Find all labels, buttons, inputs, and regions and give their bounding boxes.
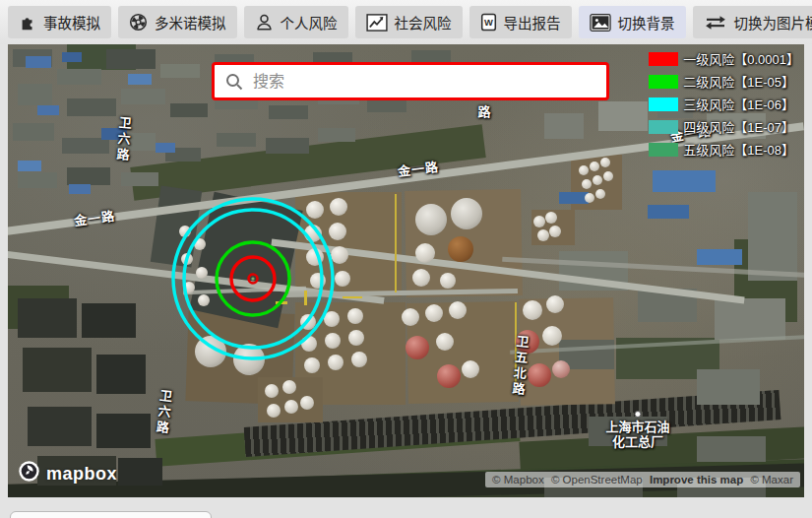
storage-tank xyxy=(331,246,348,264)
map-feature xyxy=(121,172,158,186)
map-feature xyxy=(160,64,200,78)
map-feature xyxy=(748,192,797,281)
storage-tank xyxy=(406,336,429,359)
storage-tank xyxy=(329,223,346,240)
legend-label: 二级风险【1E-05】 xyxy=(683,72,794,91)
storage-tank xyxy=(301,336,317,352)
storage-tank xyxy=(579,165,589,175)
toolbar-button-label: 社会风险 xyxy=(395,12,452,32)
attribution-mapbox-link[interactable]: © Mapbox xyxy=(492,474,544,486)
storage-tank xyxy=(196,267,208,279)
storage-tank xyxy=(179,226,191,237)
storage-tank xyxy=(451,198,482,229)
map-feature xyxy=(67,98,116,116)
map-feature xyxy=(18,172,57,188)
attribution-improve-link[interactable]: Improve this map xyxy=(650,474,743,486)
map-feature xyxy=(151,185,202,267)
lifebuoy-icon xyxy=(129,13,148,32)
storage-tank xyxy=(523,300,542,320)
toggle-background-button[interactable]: 切换背景 xyxy=(579,6,686,38)
storage-tank xyxy=(195,336,226,367)
map-feature xyxy=(69,184,91,194)
map-feature xyxy=(170,103,208,117)
search-box xyxy=(212,62,609,100)
storage-tank xyxy=(585,193,594,203)
legend-swatch xyxy=(649,143,678,157)
puzzle-icon xyxy=(19,14,36,32)
toolbar-button-label: 个人风险 xyxy=(281,12,338,32)
person-icon xyxy=(255,13,274,32)
mapbox-logo[interactable]: mapbox xyxy=(18,460,117,487)
storage-tank xyxy=(306,201,324,219)
legend-swatch xyxy=(649,52,678,66)
storage-tank xyxy=(310,273,326,289)
map-feature xyxy=(318,128,355,142)
map-feature xyxy=(217,133,256,147)
storage-tank xyxy=(324,311,340,327)
legend-item: 三级风险【1E-06】 xyxy=(649,95,799,113)
map-feature xyxy=(26,56,51,68)
map-feature xyxy=(156,143,175,153)
attribution-osm-link[interactable]: © OpenStreetMap xyxy=(551,474,643,486)
map-feature xyxy=(544,113,584,139)
map-canvas[interactable]: 金一路金一路金一路卫六路卫六路卫五北路路 上海市石油 化工总厂 一级风险【0.0… xyxy=(8,44,804,497)
map-feature xyxy=(101,128,127,140)
storage-tank xyxy=(436,333,454,351)
map-feature xyxy=(189,192,302,328)
domino-sim-button[interactable]: 多米诺模拟 xyxy=(118,6,237,38)
map-feature xyxy=(96,414,151,448)
map-feature xyxy=(57,69,101,85)
map-feature xyxy=(304,291,307,305)
map-feature xyxy=(67,167,110,185)
search-input[interactable] xyxy=(251,64,606,98)
toolbar: 事故模拟多米诺模拟个人风险社会风险W导出报告切换背景切换为图片模式 xyxy=(0,0,812,44)
societal-risk-button[interactable]: 社会风险 xyxy=(355,6,463,38)
map-feature xyxy=(367,98,406,112)
storage-tank xyxy=(545,212,557,224)
storage-tank xyxy=(448,236,473,262)
road-label: 卫六路 xyxy=(152,388,175,437)
accident-sim-button[interactable]: 事故模拟 xyxy=(8,6,111,38)
storage-tank xyxy=(552,360,570,378)
map-feature xyxy=(18,84,52,105)
storage-tank xyxy=(546,295,564,313)
map-feature xyxy=(96,355,146,394)
storage-tank xyxy=(415,204,447,235)
map-feature xyxy=(82,303,136,338)
legend-item: 五级风险【1E-08】 xyxy=(649,140,799,159)
road-label: 路 xyxy=(474,105,493,121)
map-feature xyxy=(18,161,41,171)
storage-tank xyxy=(183,282,195,293)
storage-tank xyxy=(233,344,265,375)
toolbar-button-label: 事故模拟 xyxy=(43,12,100,32)
storage-tank xyxy=(425,304,443,322)
storage-tank xyxy=(335,271,350,287)
legend-label: 四级风险【1E-07】 xyxy=(683,117,794,136)
storage-tank xyxy=(462,360,479,378)
storage-tank xyxy=(440,273,456,289)
storage-tank xyxy=(437,364,461,388)
storage-tank xyxy=(528,363,551,387)
storage-tank xyxy=(603,171,613,181)
map-feature xyxy=(128,74,152,85)
storage-tank xyxy=(348,330,364,346)
storage-tank xyxy=(265,384,279,398)
map-feature xyxy=(697,436,766,462)
attribution-maxar-link[interactable]: © Maxar xyxy=(750,474,793,486)
search-icon xyxy=(224,72,244,92)
map-feature xyxy=(697,369,760,405)
legend-swatch xyxy=(649,97,678,111)
storage-tank xyxy=(304,357,320,373)
toggle-image-mode-button[interactable]: 切换为图片模式 xyxy=(693,6,812,38)
storage-tank xyxy=(300,396,314,410)
export-report-button[interactable]: W导出报告 xyxy=(469,6,572,38)
storage-tank xyxy=(549,226,561,237)
storage-tank xyxy=(330,198,347,216)
legend-item: 二级风险【1E-05】 xyxy=(649,72,799,91)
toolbar-button-label: 多米诺模拟 xyxy=(155,12,226,32)
individual-risk-button[interactable]: 个人风险 xyxy=(244,6,348,38)
storage-tank xyxy=(306,248,324,266)
map-feature xyxy=(18,298,77,338)
map-feature xyxy=(266,138,309,154)
storage-tank xyxy=(284,400,298,414)
